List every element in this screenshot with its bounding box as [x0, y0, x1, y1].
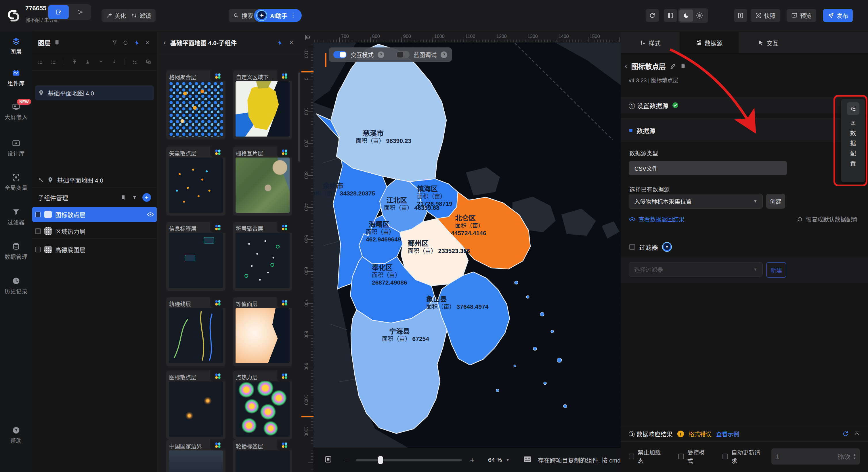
dark-theme-button[interactable] [679, 9, 693, 22]
sidebar-item-help[interactable]: ? 帮助 [0, 426, 32, 444]
layer-item-map[interactable]: 基础平面地图 4.0 [35, 86, 154, 100]
zoom-out-button[interactable]: − [343, 456, 348, 465]
collapse-up-icon[interactable] [854, 431, 860, 437]
sidebar-item-components[interactable]: 组件库 [0, 68, 32, 87]
bring-front-icon[interactable] [98, 59, 104, 65]
ai-assistant-button[interactable]: ✦ AI助手 ⋮ [254, 9, 302, 22]
beautify-button[interactable]: 美化 [101, 9, 131, 22]
back-icon[interactable]: ‹ [163, 38, 166, 46]
theme-toggle[interactable] [678, 8, 708, 23]
gallery-card-isosurface[interactable]: 等值面层 [233, 297, 292, 366]
layer-filter-icon[interactable] [111, 39, 118, 46]
ungroup-icon[interactable] [146, 59, 151, 65]
sidebar-item-data-management[interactable]: 数据管理 [0, 242, 32, 261]
publish-button[interactable]: 发布 [823, 9, 853, 22]
restore-default-link[interactable]: 恢复成默认数据配置 [797, 215, 858, 223]
filter-effects-button[interactable]: 滤镜 [127, 9, 156, 22]
gallery-card-symbol-cluster[interactable]: 符号聚合层 [233, 222, 292, 291]
zoom-slider[interactable] [356, 459, 462, 461]
ai-filter-icon[interactable]: ✦ [662, 242, 672, 252]
tab-interaction[interactable]: 交互 [739, 32, 798, 53]
interaction-help-icon[interactable]: ? [378, 52, 384, 58]
gallery-scrollbar[interactable] [298, 72, 300, 162]
existing-source-dropdown[interactable]: 入侵物种标本采集位置 ▼ [629, 194, 763, 209]
controlled-mode-checkbox[interactable] [678, 453, 684, 459]
gallery-card-region-drill[interactable]: 自定义区域下钻层 [233, 70, 292, 139]
tree-list-icon[interactable] [37, 59, 43, 65]
refresh-button[interactable] [646, 9, 659, 22]
eye-icon[interactable] [147, 211, 154, 218]
component-back-icon[interactable]: ‹ [625, 62, 627, 70]
view-result-link[interactable]: 查看数据返回结果 [629, 215, 684, 223]
gallery-card-china-border[interactable]: 中国国家边界 [166, 440, 225, 472]
collapse-icon[interactable] [38, 177, 44, 183]
zoom-percent[interactable]: 64 % [488, 457, 502, 463]
zoom-slider-thumb[interactable] [378, 456, 383, 464]
sidebar-item-screen-embed[interactable]: NEW 大屏嵌入 [0, 102, 32, 121]
tab-style[interactable]: 样式 [621, 32, 680, 53]
vertical-ruler[interactable]: -100 0 100 200 300 400 500 600 700 800 9… [302, 42, 314, 472]
tab-datasource[interactable]: 数据源 [680, 32, 739, 53]
gallery-card-info-label[interactable]: 信息标签层 [166, 222, 225, 291]
visibility-checkbox[interactable] [35, 211, 41, 217]
preview-button[interactable]: 预览 [786, 9, 816, 22]
close-panel-icon[interactable]: ✕ [144, 39, 151, 46]
disable-loading-checkbox[interactable] [629, 453, 634, 459]
shortcut-keyboard-icon[interactable] [523, 456, 531, 464]
fit-view-icon[interactable] [324, 456, 332, 464]
visibility-checkbox[interactable] [35, 247, 41, 252]
notice-button[interactable] [734, 9, 747, 22]
rerun-icon[interactable] [842, 430, 849, 437]
pin-icon[interactable] [132, 39, 140, 46]
move-up-icon[interactable] [72, 59, 78, 65]
sidebar-item-layers[interactable]: 图层 [0, 37, 32, 55]
filter-checkbox[interactable] [629, 244, 635, 250]
layout-columns-button[interactable] [664, 9, 677, 22]
gallery-close-icon[interactable]: ✕ [288, 39, 295, 46]
flat-list-icon[interactable] [51, 59, 56, 65]
subcomponent-item-icon-scatter[interactable]: 图标散点层 [32, 207, 157, 222]
add-subcomponent-button[interactable]: + [143, 193, 151, 202]
node-mode-button[interactable] [70, 5, 90, 19]
subcomp-filter-icon[interactable] [131, 194, 138, 201]
gallery-card-raster-tile[interactable]: 栅格瓦片层 [233, 146, 292, 215]
new-filter-button[interactable]: 新建 [766, 262, 786, 278]
view-example-link[interactable]: 查看示例 [716, 430, 739, 438]
gallery-card-track-line[interactable]: 轨迹线层 [166, 297, 225, 366]
interval-input[interactable] [775, 453, 835, 460]
interval-stepper[interactable]: ▲▼ [853, 453, 856, 460]
search-button[interactable]: 搜索 [229, 9, 258, 22]
edit-mode-button[interactable] [48, 5, 69, 19]
auto-update-checkbox[interactable] [722, 453, 728, 459]
gallery-card-heatmap[interactable]: 点热力层 [233, 371, 292, 440]
sidebar-item-history[interactable]: 历史记录 [0, 276, 32, 295]
ruler-origin-button[interactable] [302, 32, 314, 43]
filter-dropdown[interactable]: 选择过滤器 ▼ [629, 262, 763, 276]
sidebar-item-design-library[interactable]: 设计库 [0, 139, 32, 157]
rename-icon[interactable] [670, 63, 676, 69]
sidebar-item-filters[interactable]: 过滤器 [0, 207, 32, 226]
layer-refresh-icon[interactable] [122, 39, 129, 46]
design-canvas[interactable]: 700 800 900 1000 1100 1200 1300 1400 150… [302, 32, 621, 472]
gallery-card-icon-scatter[interactable]: 图标散点层 [166, 371, 225, 440]
type-select[interactable]: CSV文件 [629, 161, 787, 175]
map-component[interactable]: 慈溪市 面积（亩） 98390.23 余姚市 面积（亩） 34328.20375… [313, 42, 621, 448]
sidebar-item-global-vars[interactable]: 全局变量 [0, 173, 32, 192]
gallery-card-grid-cluster[interactable]: 格网聚合层 [166, 70, 225, 139]
zoom-dropdown-caret[interactable]: ▼ [506, 458, 509, 462]
create-source-button[interactable]: 创建 [766, 194, 785, 209]
gallery-card-vector-scatter[interactable]: 矢量散点层 [166, 146, 225, 215]
gallery-pin-icon[interactable] [276, 39, 283, 46]
blueprint-debug-toggle[interactable] [396, 51, 409, 58]
bookmark-icon[interactable] [119, 194, 127, 201]
kebab-menu-icon[interactable]: ⋮ [290, 12, 297, 19]
zoom-in-button[interactable]: + [470, 456, 474, 465]
copy-doc-icon[interactable] [680, 63, 686, 69]
subcomponent-item-region-heat[interactable]: 区域热力层 [32, 224, 157, 239]
snapshot-button[interactable]: 快照 [751, 9, 780, 22]
light-theme-button[interactable] [695, 11, 704, 21]
subcomponent-item-amap-base[interactable]: 高德底图层 [32, 242, 157, 257]
interaction-mode-toggle[interactable] [333, 51, 347, 58]
group-icon[interactable] [132, 59, 138, 65]
horizontal-ruler[interactable]: 700 800 900 1000 1100 1200 1300 1400 150… [313, 32, 621, 43]
